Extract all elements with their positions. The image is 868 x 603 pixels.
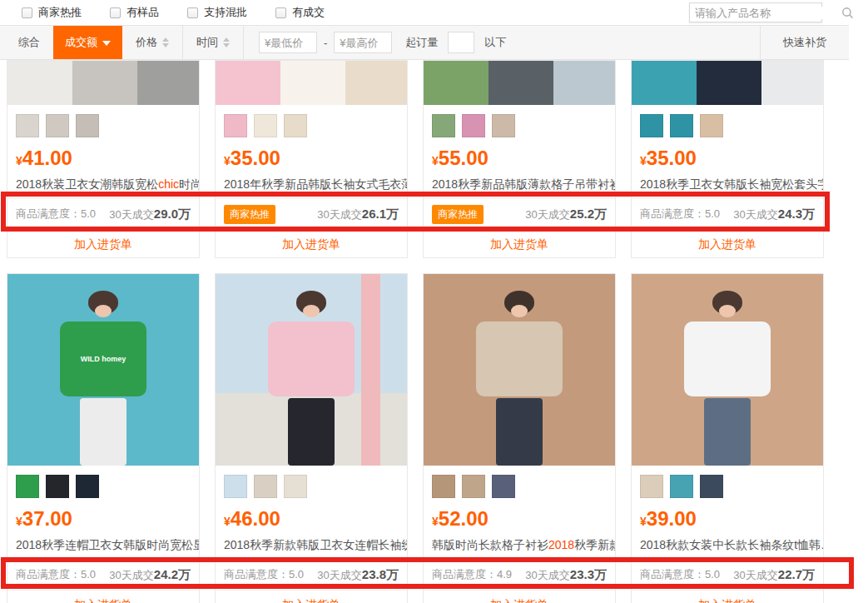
product-card: ¥55.00 2018秋季新品韩版薄款格子吊带衬衫 商家热推 30天成交25.2… (423, 60, 616, 258)
deal-value: 23.8万 (362, 567, 399, 581)
product-price: ¥46.00 (216, 498, 407, 531)
thumbnail[interactable] (76, 114, 99, 137)
thumbnail[interactable] (76, 475, 99, 498)
product-image[interactable] (216, 274, 407, 466)
thumbnail[interactable] (284, 114, 307, 137)
satisfaction-row: 商家热推 30天成交26.1万 (216, 198, 407, 229)
product-image[interactable] (632, 274, 823, 466)
add-to-cart-button[interactable]: 加入进货单 (216, 229, 407, 257)
checkbox-has-deals[interactable]: 有成交 (275, 5, 325, 20)
sort-price[interactable]: 价格 (122, 26, 182, 59)
checkbox-icon[interactable] (110, 7, 121, 18)
thumbnail[interactable] (224, 475, 247, 498)
product-image[interactable] (424, 61, 615, 105)
thumbnail[interactable] (670, 475, 693, 498)
search-input[interactable] (695, 7, 841, 19)
below-label: 以下 (484, 35, 506, 50)
product-title[interactable]: 2018秋季连帽卫衣女韩版时尚宽松显… (7, 536, 199, 553)
product-title[interactable]: 2018秋季新款韩版卫衣女连帽长袖绣… (216, 536, 407, 553)
thumbnail[interactable] (640, 114, 663, 137)
product-image[interactable]: WILD homey (7, 274, 199, 466)
deal-label: 30天成交 (317, 208, 361, 221)
thumbnail[interactable] (492, 114, 515, 137)
thumbnail[interactable] (254, 114, 277, 137)
sort-time[interactable]: 时间 (183, 26, 243, 59)
add-to-cart-button[interactable]: 加入进货单 (424, 229, 615, 257)
thumbnail[interactable] (16, 114, 39, 137)
deal-value: 26.1万 (362, 207, 399, 221)
checkbox-hot-push[interactable]: 商家热推 (22, 5, 82, 20)
product-title[interactable]: 2018秋装卫衣女潮韩版宽松chic时尚 (7, 176, 199, 192)
thumbnail[interactable] (670, 114, 693, 137)
thumbnail-row (632, 105, 823, 137)
satisfaction-text: 商品满意度：5.0 (16, 207, 96, 222)
figure-pants (288, 398, 335, 466)
price-value: 35.00 (231, 147, 280, 169)
add-to-cart-button[interactable]: 加入进货单 (632, 590, 823, 603)
product-price: ¥37.00 (7, 498, 199, 531)
thumbnail[interactable] (16, 475, 39, 498)
currency-symbol: ¥ (432, 154, 439, 167)
min-price-input[interactable] (259, 32, 317, 53)
add-to-cart-button[interactable]: 加入进货单 (216, 590, 407, 603)
sort-volume-active[interactable]: 成交额 (53, 26, 122, 59)
thumbnail[interactable] (640, 475, 663, 498)
product-title[interactable]: 韩版时尚长款格子衬衫2018秋季新款… (424, 536, 615, 553)
deal-value: 22.7万 (778, 567, 815, 581)
product-card: WILD homey ¥37.00 2018秋季连帽卫衣女韩版时尚宽松显… 商品… (7, 273, 200, 603)
thumbnail-row (7, 466, 199, 498)
thumbnail[interactable] (700, 475, 723, 498)
thumbnail[interactable] (432, 475, 455, 498)
model-figure (632, 274, 823, 466)
thumbnail[interactable] (462, 475, 485, 498)
thumbnail[interactable] (46, 475, 69, 498)
garment-print-text: WILD homey (81, 355, 126, 364)
thumbnail[interactable] (254, 475, 277, 498)
sort-comprehensive[interactable]: 综合 (5, 26, 53, 59)
add-to-cart-button[interactable]: 加入进货单 (632, 229, 823, 257)
product-price: ¥55.00 (424, 137, 615, 170)
checkbox-icon[interactable] (187, 7, 198, 18)
thumbnail[interactable] (432, 114, 455, 137)
satisfaction-text: 商品满意度：5.0 (640, 567, 720, 582)
product-image[interactable] (216, 61, 407, 105)
product-image[interactable] (7, 61, 199, 105)
currency-symbol: ¥ (640, 154, 647, 167)
thumbnail[interactable] (492, 475, 515, 498)
thumbnail[interactable] (284, 475, 307, 498)
thumbnail[interactable] (224, 114, 247, 137)
price-value: 37.00 (22, 507, 72, 530)
deal-value: 29.0万 (154, 207, 191, 221)
checkbox-mixed-batch[interactable]: 支持混批 (187, 5, 247, 20)
product-title[interactable]: 2018秋季卫衣女韩版长袖宽松套头字 (632, 176, 823, 192)
thumbnail[interactable] (462, 114, 485, 137)
product-title[interactable]: 2018年秋季新品韩版长袖女式毛衣薄 (216, 176, 407, 192)
checkbox-has-sample[interactable]: 有样品 (110, 5, 159, 20)
satisfaction-row: 商品满意度：4.9 30天成交23.3万 (424, 559, 615, 590)
price-value: 55.00 (439, 147, 489, 169)
moq-input[interactable] (448, 32, 474, 53)
product-title[interactable]: 2018秋季新品韩版薄款格子吊带衬衫 (424, 176, 615, 192)
add-to-cart-button[interactable]: 加入进货单 (7, 229, 199, 257)
thumbnail-row (424, 466, 615, 498)
deal-label: 30天成交 (525, 569, 569, 581)
sort-label: 价格 (136, 35, 157, 50)
product-listing-page: 商家热推 有样品 支持混批 有成交 综合 成交额 (0, 0, 868, 603)
deal-value: 23.3万 (570, 567, 607, 581)
product-image[interactable] (424, 274, 615, 466)
search-icon[interactable] (841, 7, 854, 19)
product-image[interactable] (632, 61, 823, 105)
checkbox-icon[interactable] (22, 7, 32, 18)
max-price-input[interactable] (334, 32, 392, 53)
thumbnail[interactable] (700, 114, 723, 137)
price-range-filter: - (259, 32, 392, 53)
checkbox-icon[interactable] (275, 7, 286, 18)
thumbnail-row (216, 466, 407, 498)
quick-restock-button[interactable]: 快速补货 (760, 26, 849, 59)
add-to-cart-button[interactable]: 加入进货单 (424, 590, 615, 603)
deal-volume-text: 30天成交23.8万 (317, 567, 399, 583)
product-price: ¥35.00 (632, 137, 823, 170)
add-to-cart-button[interactable]: 加入进货单 (7, 590, 199, 603)
thumbnail[interactable] (46, 114, 69, 137)
product-title[interactable]: 2018秋款女装中长款长袖条纹t恤韩… (632, 536, 823, 553)
